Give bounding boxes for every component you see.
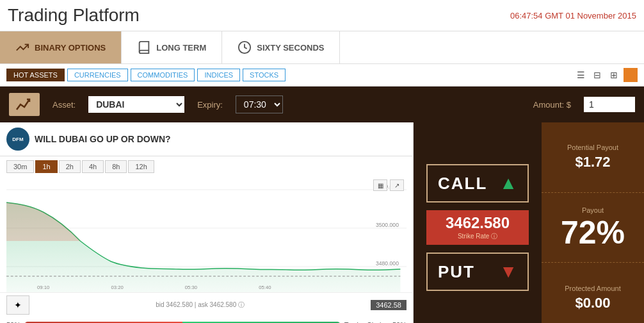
call-put-panel: CALL ▲ 3462.580 Strike Rate ⓘ PUT ▼ [414,122,542,323]
magic-wand-icon[interactable]: ✦ [6,295,29,315]
payout-percentage: 72% [561,217,625,249]
time-tab-4h[interactable]: 4h [82,160,104,173]
list-multi-icon[interactable]: ⊟ [590,68,604,82]
chart-line-icon[interactable]: ↗ [390,179,404,191]
dfm-logo: DFM [6,128,29,151]
potential-payout-title: Potential Payout [567,144,618,151]
time-tabs: 30m 1h 2h 4h 8h 12h [0,156,413,177]
protected-amount-title: Protected Amount [565,285,620,292]
filter-hot-assets[interactable]: HOT ASSETS [6,69,65,81]
price-badge: 3462.58 [371,300,407,310]
strike-label: Strike Rate ⓘ [433,232,522,241]
amount-label: Amount: $ [533,100,571,110]
time-tab-30m[interactable]: 30m [6,160,34,173]
long-term-label: LONG TERM [156,43,206,53]
asset-bar-logo [9,93,40,116]
payout-title: Payout [582,206,604,214]
chart-up-icon [15,40,29,54]
expiry-label: Expiry: [197,100,223,110]
filter-tabs: HOT ASSETS CURRENCIES COMMODITIES INDICE… [6,69,286,81]
chart-header: DFM WILL DUBAI GO UP OR DOWN? [0,122,413,156]
clock-icon [237,40,252,54]
chart-controls: ▦ ↗ [373,179,404,191]
asset-bar: Asset: DUBAI Expiry: 07:30 Amount: $ [0,87,644,122]
time-tab-12h[interactable]: 12h [128,160,154,173]
dfm-text: DFM [12,137,23,142]
chart-bottom: ✦ bid 3462.580 | ask 3462.580 ⓘ 3462.58 [0,292,413,317]
trading-area: DFM WILL DUBAI GO UP OR DOWN? 30m 1h 2h … [0,122,644,323]
trader-bar: 50% Trader Choice 50% [0,317,413,323]
strike-rate-display: 3462.580 Strike Rate ⓘ [426,210,529,245]
time-tab-8h[interactable]: 8h [105,160,127,173]
svg-text:03:20: 03:20 [111,285,124,290]
svg-text:3500.000: 3500.000 [376,222,399,228]
chart-question: WILL DUBAI GO UP OR DOWN? [35,134,171,144]
tab-binary-options[interactable]: BINARY OPTIONS [0,31,122,63]
chart-bar-icon[interactable]: ▦ [373,179,387,191]
time-tab-2h[interactable]: 2h [59,160,81,173]
call-label: CALL [438,174,487,194]
time-tab-1h[interactable]: 1h [35,160,57,173]
strike-value: 3462.580 [433,214,522,232]
asset-select[interactable]: DUBAI [88,96,184,113]
list-single-icon[interactable]: ☰ [574,68,588,82]
strike-dec: 580 [484,214,510,231]
protected-amount-value: $0.00 [575,295,610,311]
svg-text:3480.000: 3480.000 [376,260,399,267]
ask-value: 3462.580 [210,301,237,308]
filter-bar: HOT ASSETS CURRENCIES COMMODITIES INDICE… [0,64,644,87]
filter-currencies[interactable]: CURRENCIES [67,69,128,81]
put-label: PUT [438,262,475,282]
tab-sixty-seconds[interactable]: SIXTY SECONDS [222,31,340,63]
view-icons: ☰ ⊟ ⊞ [574,68,638,82]
chart-svg: 3520.000 3500.000 3480.000 09:10 [6,177,407,292]
call-button[interactable]: CALL ▲ [426,164,529,203]
svg-text:05:30: 05:30 [185,285,198,290]
put-arrow-icon: ▼ [499,261,517,282]
payout-panel: Potential Payout $1.72 Payout 72% Protec… [542,122,644,323]
header-time: 06:47:54 GMT 01 November 2015 [510,11,636,21]
header: Trading Platform 06:47:54 GMT 01 Novembe… [0,0,644,31]
put-button[interactable]: PUT ▼ [426,253,529,291]
chart-section: DFM WILL DUBAI GO UP OR DOWN? 30m 1h 2h … [0,122,414,323]
filter-stocks[interactable]: STOCKS [243,69,286,81]
payout-section: Payout 72% [542,193,644,263]
sixty-seconds-label: SIXTY SECONDS [257,43,324,53]
protected-amount-section: Protected Amount $0.00 [542,263,644,323]
page-title: Trading Platform [8,5,140,26]
trend-icon [15,97,33,112]
tab-long-term[interactable]: LONG TERM [122,31,222,63]
book-icon [137,40,151,54]
filter-indices[interactable]: INDICES [197,69,240,81]
grid-icon[interactable]: ⊞ [607,68,621,82]
svg-text:05:40: 05:40 [259,285,271,290]
binary-options-label: BINARY OPTIONS [35,43,106,53]
top-nav: BINARY OPTIONS LONG TERM SIXTY SECONDS [0,31,644,64]
svg-text:09:10: 09:10 [37,285,50,290]
potential-payout-value: $1.72 [575,154,610,170]
expiry-select[interactable]: 07:30 [236,95,283,113]
bid-value: 3462.580 [166,301,193,308]
strike-main: 3462. [446,214,484,231]
color-icon[interactable] [624,68,638,82]
bid-ask-info: bid 3462.580 | ask 3462.580 ⓘ [156,301,245,310]
call-arrow-icon: ▲ [499,173,517,194]
filter-commodities[interactable]: COMMODITIES [131,69,195,81]
amount-input[interactable] [584,97,635,112]
asset-label: Asset: [52,100,76,110]
chart-container: ▦ ↗ 3520.000 3500.000 3480.000 [0,177,413,292]
potential-payout-section: Potential Payout $1.72 [542,122,644,193]
